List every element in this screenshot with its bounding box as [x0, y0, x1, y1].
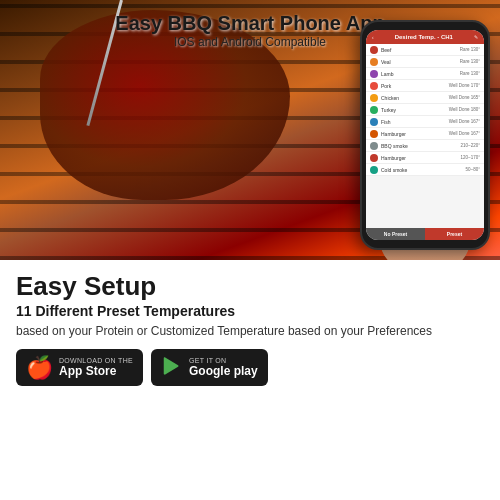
food-name: Fish: [381, 119, 449, 125]
phone-mockup: ‹ Desired Temp. - CH1 ✎ Beef Rare 130° V…: [360, 20, 490, 250]
food-temp: 210~220°: [461, 143, 480, 148]
food-temp: 50~80°: [466, 167, 480, 172]
food-temp: Well Done 170°: [449, 83, 480, 88]
food-temp: Rare 130°: [460, 59, 480, 64]
food-temp: Rare 130°: [460, 71, 480, 76]
food-dot: [370, 94, 378, 102]
food-dot: [370, 154, 378, 162]
preset-button[interactable]: Preset: [425, 228, 484, 240]
food-dot: [370, 82, 378, 90]
phone-app-header: ‹ Desired Temp. - CH1 ✎: [366, 30, 484, 44]
food-name: Lamb: [381, 71, 460, 77]
phone-list-item[interactable]: Hamburger Well Done 167°: [366, 128, 484, 140]
app-store-button[interactable]: 🍎 Download on the App Store: [16, 349, 143, 386]
food-dot: [370, 106, 378, 114]
food-name: Pork: [381, 83, 449, 89]
google-play-button[interactable]: GET IT ON Google play: [151, 349, 268, 386]
food-name: Beef: [381, 47, 460, 53]
apple-icon: 🍎: [26, 357, 53, 379]
app-store-text: Download on the App Store: [59, 357, 133, 378]
phone-list-item[interactable]: Fish Well Done 167°: [366, 116, 484, 128]
food-name: Chicken: [381, 95, 449, 101]
food-name: Hamburger: [381, 155, 461, 161]
food-temp: Well Done 180°: [449, 107, 480, 112]
food-temp: Well Done 167°: [449, 119, 480, 124]
phone-header-title: Desired Temp. - CH1: [395, 34, 453, 40]
food-temp: 120~170°: [461, 155, 480, 160]
phone-list-item[interactable]: Cold smoke 50~80°: [366, 164, 484, 176]
food-name: BBQ smoke: [381, 143, 461, 149]
app-store-label: App Store: [59, 364, 133, 378]
phone-list-item[interactable]: BBQ smoke 210~220°: [366, 140, 484, 152]
food-temp: Well Done 165°: [449, 95, 480, 100]
phone-list-item[interactable]: Hamburger 120~170°: [366, 152, 484, 164]
phone-list-item[interactable]: Turkey Well Done 180°: [366, 104, 484, 116]
bottom-content: Easy Setup 11 Different Preset Temperatu…: [0, 260, 500, 500]
phone-list-item[interactable]: Pork Well Done 170°: [366, 80, 484, 92]
food-name: Hamburger: [381, 131, 449, 137]
food-dot: [370, 70, 378, 78]
food-dot: [370, 130, 378, 138]
food-dot: [370, 58, 378, 66]
food-dot: [370, 142, 378, 150]
setup-title: Easy Setup: [16, 272, 484, 301]
google-play-icon: [161, 355, 183, 380]
google-play-text: GET IT ON Google play: [189, 357, 258, 378]
phone-list-item[interactable]: Beef Rare 130°: [366, 44, 484, 56]
hero-section: Easy BBQ Smart Phone App IOS and Android…: [0, 0, 500, 260]
app-store-pre-label: Download on the: [59, 357, 133, 364]
page-container: Easy BBQ Smart Phone App IOS and Android…: [0, 0, 500, 500]
phone-list-item[interactable]: Chicken Well Done 165°: [366, 92, 484, 104]
phone-footer: No Preset Preset: [366, 228, 484, 240]
setup-subtitle: 11 Different Preset Temperatures: [16, 303, 484, 319]
store-buttons-container: 🍎 Download on the App Store GET IT ON Go…: [16, 349, 484, 386]
food-dot: [370, 118, 378, 126]
phone-food-list: Beef Rare 130° Veal Rare 130° Lamb Rare …: [366, 44, 484, 176]
food-temp: Rare 130°: [460, 47, 480, 52]
no-preset-button[interactable]: No Preset: [366, 228, 425, 240]
food-name: Turkey: [381, 107, 449, 113]
food-name: Cold smoke: [381, 167, 466, 173]
setup-description: based on your Protein or Customized Temp…: [16, 323, 484, 340]
google-play-pre-label: GET IT ON: [189, 357, 258, 364]
phone-screen: ‹ Desired Temp. - CH1 ✎ Beef Rare 130° V…: [366, 30, 484, 240]
food-dot: [370, 166, 378, 174]
food-dot: [370, 46, 378, 54]
food-name: Veal: [381, 59, 460, 65]
google-play-label: Google play: [189, 364, 258, 378]
food-temp: Well Done 167°: [449, 131, 480, 136]
phone-list-item[interactable]: Veal Rare 130°: [366, 56, 484, 68]
phone-list-item[interactable]: Lamb Rare 130°: [366, 68, 484, 80]
